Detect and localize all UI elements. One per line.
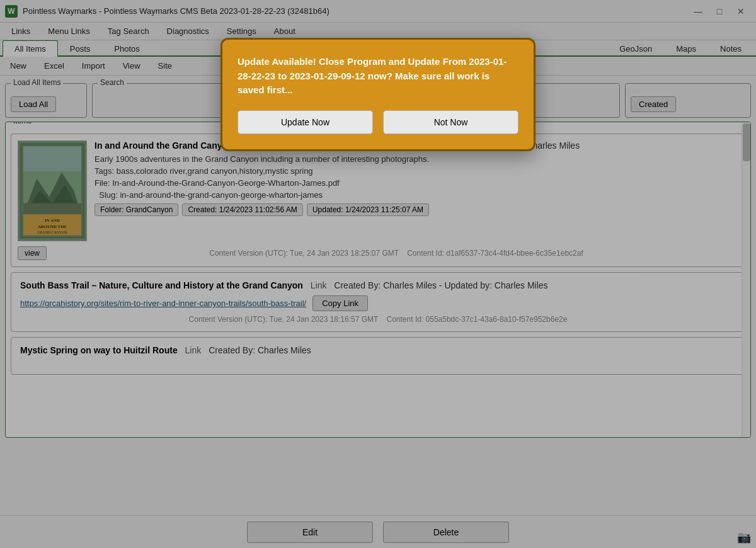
update-dialog: Update Available! Close Program and Upda…: [220, 38, 536, 151]
update-dialog-buttons: Update Now Not Now: [238, 110, 518, 134]
update-dialog-overlay: Update Available! Close Program and Upda…: [0, 0, 756, 548]
not-now-button[interactable]: Not Now: [383, 110, 518, 134]
update-dialog-message: Update Available! Close Program and Upda…: [238, 55, 518, 98]
update-now-button[interactable]: Update Now: [238, 110, 373, 134]
